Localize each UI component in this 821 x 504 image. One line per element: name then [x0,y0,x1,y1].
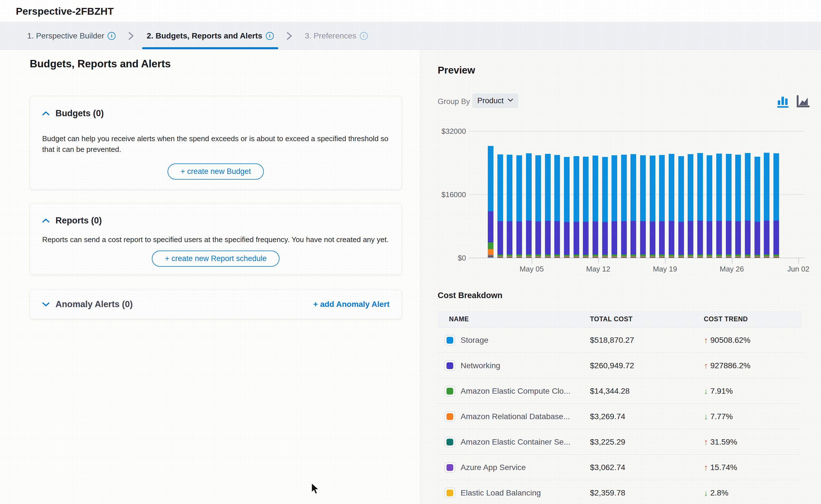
tab-perspective-builder[interactable]: 1. Perspective Builder i [23,22,120,50]
row-total-cost: $518,870.27 [590,336,704,345]
row-trend-value: 2.8% [710,488,729,497]
stacked-bar[interactable] [583,157,588,258]
bar-chart-view-icon[interactable] [776,94,792,109]
expand-chevron-down-icon[interactable] [42,302,50,307]
stacked-bar[interactable] [688,154,693,258]
series-color [446,490,453,496]
row-name: Amazon Elastic Container Se... [461,438,570,447]
area-chart-view-icon[interactable] [796,94,811,109]
series-color [446,464,453,471]
collapse-chevron-up-icon[interactable] [42,111,50,116]
budgets-description: Budget can help you receive alerts when … [42,133,389,155]
row-total-cost: $3,062.74 [590,463,704,472]
stacked-bar[interactable] [755,157,760,258]
cost-breakdown-title: Cost Breakdown [438,291,502,300]
row-total-cost: $2,359.78 [590,488,704,497]
tab-preferences[interactable]: 3. Preferences i [300,22,372,50]
stacked-bar[interactable] [592,156,598,258]
x-tick-label: May 12 [575,265,621,273]
legend-color-swatch[interactable] [444,462,455,473]
stacked-bar[interactable] [764,153,770,258]
stacked-bar[interactable] [631,154,636,258]
stacked-bar[interactable] [726,154,732,258]
table-row: Amazon Elastic Container Se... $3,225.29… [438,429,802,455]
x-tick [798,258,799,264]
section-heading: Budgets, Reports and Alerts [30,58,171,70]
trend-arrow-icon: ↑ [704,335,708,345]
chevron-down-icon [508,98,513,103]
row-trend-value: 90508.62% [710,336,751,345]
tab-label: 3. Preferences [305,31,356,40]
stacked-bar[interactable] [526,153,532,258]
series-color [446,413,453,420]
stacked-bar[interactable] [564,157,569,258]
stacked-bar[interactable] [659,155,665,258]
stacked-bar[interactable] [488,146,493,258]
chevron-right-icon [286,31,293,41]
legend-color-swatch[interactable] [444,411,455,422]
table-row: Amazon Relational Database... $3,269.74 … [438,404,802,429]
add-anomaly-alert-link[interactable]: + add Anomaly Alert [313,300,390,309]
row-name: Storage [461,336,488,345]
stacked-bar[interactable] [602,157,608,258]
stacked-bar[interactable] [745,153,751,258]
stacked-bar[interactable] [545,154,551,258]
budgets-card: Budgets (0) Budget can help you receive … [30,96,402,189]
stacked-bar[interactable] [678,156,684,258]
stacked-bar[interactable] [535,155,541,258]
table-header-row: NAME TOTAL COST COST TREND [438,311,802,328]
x-tick [598,258,599,264]
legend-color-swatch[interactable] [444,335,455,346]
stacked-bar[interactable] [697,153,703,258]
info-icon[interactable]: i [107,32,115,40]
column-header-cost-trend: COST TREND [704,315,802,323]
stacked-bar[interactable] [669,154,674,258]
anomaly-alerts-title: Anomaly Alerts (0) [55,299,133,309]
collapse-chevron-up-icon[interactable] [42,218,50,223]
stacked-bar[interactable] [573,156,579,258]
x-tick [665,258,666,264]
stacked-bar[interactable] [773,153,779,258]
stacked-bar[interactable] [716,154,722,258]
legend-color-swatch[interactable] [444,386,455,397]
create-report-button[interactable]: + create new Report schedule [152,251,280,267]
x-tick-label: May 05 [509,265,554,273]
cost-preview-chart: $32000 $16000 $0 May 05 May 12 May 19 Ma… [438,122,821,281]
x-tick [732,258,732,264]
stacked-bar[interactable] [507,155,512,258]
row-total-cost: $3,225.29 [590,438,704,447]
create-budget-button[interactable]: + create new Budget [167,163,264,180]
stacked-bar[interactable] [611,155,617,258]
x-tick-label: May 26 [709,265,755,273]
stacked-bar[interactable] [650,156,656,258]
tab-budgets-reports-alerts[interactable]: 2. Budgets, Reports and Alerts i [142,22,278,50]
row-trend-value: 927886.2% [710,361,751,370]
table-row: Elastic Load Balancing $2,359.78 ↓2.8% [438,480,802,504]
wizard-tab-bar: 1. Perspective Builder i 2. Budgets, Rep… [0,22,821,50]
legend-color-swatch[interactable] [444,360,455,371]
stacked-bar[interactable] [640,155,646,258]
stacked-bar[interactable] [735,155,741,258]
stacked-bar[interactable] [516,155,522,258]
table-row: Azure App Service $3,062.74 ↑15.74% [438,455,802,480]
x-tick [532,258,532,264]
row-name: Azure App Service [461,463,526,472]
info-icon[interactable]: i [266,32,274,40]
legend-color-swatch[interactable] [444,488,455,498]
cost-breakdown-table: NAME TOTAL COST COST TREND Storage $518,… [438,311,802,504]
stacked-bar[interactable] [554,155,560,258]
stacked-bar[interactable] [621,155,627,258]
row-name: Networking [461,361,500,370]
tab-label: 2. Budgets, Reports and Alerts [147,31,262,40]
stacked-bar[interactable] [707,155,712,258]
info-icon[interactable]: i [360,32,368,40]
row-total-cost: $3,269.74 [590,412,704,421]
row-total-cost: $260,949.72 [590,361,704,370]
legend-color-swatch[interactable] [444,437,455,447]
group-by-dropdown[interactable]: Product [472,93,518,108]
trend-arrow-icon: ↓ [704,412,708,421]
chart-view-switcher [776,94,811,109]
stacked-bar[interactable] [497,154,503,258]
row-trend-value: 7.91% [710,387,733,396]
trend-arrow-icon: ↑ [704,437,708,447]
